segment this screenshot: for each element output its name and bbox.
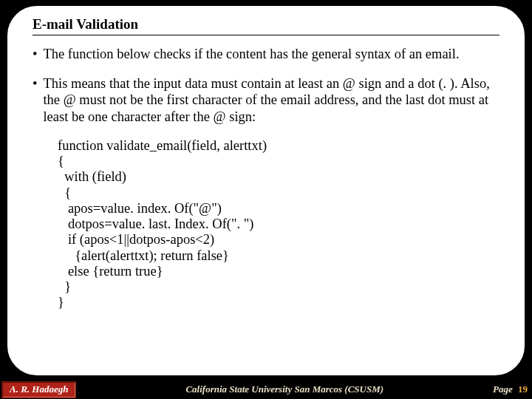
code-line: { — [58, 185, 71, 200]
bullet-text: This means that the input data must cont… — [43, 75, 499, 125]
code-line: {alert(alerttxt); return false} — [58, 248, 229, 263]
title-divider — [33, 35, 499, 35]
code-line: } — [58, 295, 64, 310]
footer-author: A. R. Hadaegh — [1, 381, 76, 398]
code-line: function validate_email(field, alerttxt) — [58, 138, 267, 153]
slide-footer: A. R. Hadaegh California State Universit… — [0, 380, 532, 399]
code-line: } — [58, 279, 71, 294]
code-line: dotpos=value. last. Index. Of(". ") — [58, 216, 253, 231]
bullet-item: • The function below checks if the conte… — [33, 46, 499, 62]
bullet-dot-icon: • — [33, 75, 37, 125]
bullet-item: • This means that the input data must co… — [33, 75, 499, 125]
code-line: if (apos<1||dotpos-apos<2) — [58, 232, 214, 247]
slide-card: E-mail Validation • The function below c… — [6, 4, 526, 377]
bullet-dot-icon: • — [33, 46, 37, 62]
code-line: { — [58, 154, 64, 168]
footer-university: California State University San Marcos (… — [76, 383, 493, 395]
code-line: apos=value. index. Of("@") — [58, 201, 222, 216]
code-line: else {return true} — [58, 264, 163, 279]
bullet-text: The function below checks if the content… — [43, 46, 499, 62]
footer-page-number: 19 — [518, 383, 528, 395]
code-line: with (field) — [58, 169, 126, 184]
footer-page: Page 19 — [493, 383, 528, 395]
footer-page-label: Page — [493, 383, 513, 395]
code-block: function validate_email(field, alerttxt)… — [58, 138, 499, 311]
slide-title: E-mail Validation — [33, 16, 499, 33]
